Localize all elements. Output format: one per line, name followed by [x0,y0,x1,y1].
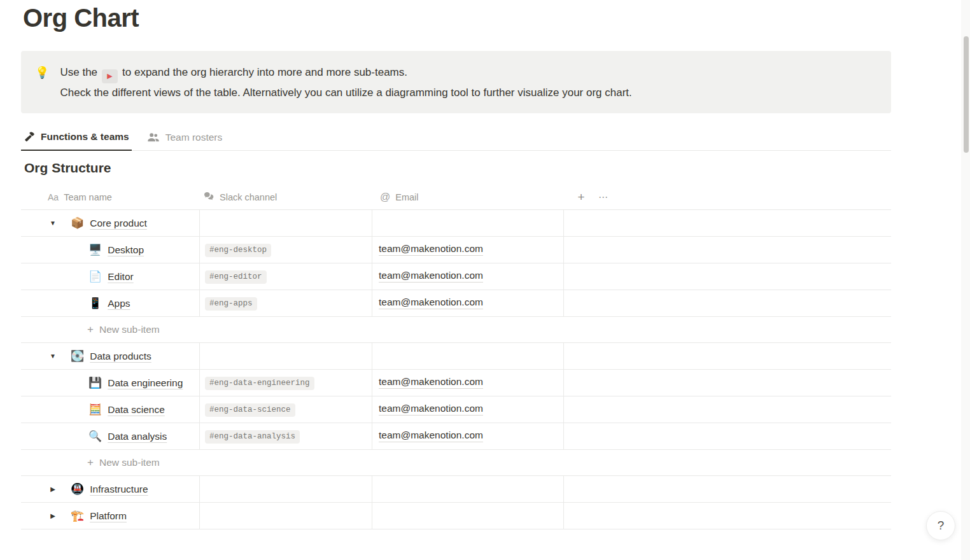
table-row: ▼📦Core product [21,210,891,237]
email-link[interactable]: team@makenotion.com [379,376,483,389]
team-page-link[interactable]: 🧮Data science [88,404,165,415]
empty-cell [564,237,891,263]
title-property-icon: Aa [48,192,59,202]
team-emoji-icon: 🖥️ [88,244,102,256]
slack-channel-tag[interactable]: #eng-apps [205,297,257,311]
email-cell[interactable] [372,476,564,502]
slack-channel-tag[interactable]: #eng-data-science [205,403,295,417]
email-cell[interactable] [372,343,564,369]
table-row: 🔍Data analysis#eng-data-analysisteam@mak… [21,423,891,450]
email-link[interactable]: team@makenotion.com [379,403,483,416]
team-page-link[interactable]: 📦Core product [71,215,147,231]
email-link[interactable]: team@makenotion.com [379,430,483,442]
team-name-text: Editor [108,271,134,282]
collapse-toggle-icon[interactable]: ▼ [45,215,60,231]
slack-channel-cell[interactable] [200,343,372,369]
slack-channel-tag[interactable]: #eng-data-engineering [205,377,314,390]
team-page-link[interactable]: 💽Data products [71,348,151,364]
team-name-cell: ▼💽Data products [21,343,200,369]
team-page-link[interactable]: 🔍Data analysis [88,431,167,442]
slack-channel-cell[interactable] [200,503,372,529]
slack-channel-cell[interactable]: #eng-apps [200,290,372,316]
expand-toggle-icon[interactable]: ▶ [45,508,60,524]
slack-channel-cell[interactable] [200,476,372,502]
team-emoji-icon: 💾 [88,377,102,389]
slack-channel-tag[interactable]: #eng-desktop [205,244,271,257]
table-row: 🧮Data science#eng-data-scienceteam@maken… [21,396,891,423]
page-title: Org Chart [23,4,139,32]
expand-toggle-icon[interactable]: ▶ [45,481,60,497]
team-page-link[interactable]: 📄Editor [88,271,134,282]
team-page-link[interactable]: 🏗️Platform [71,508,127,524]
email-link[interactable]: team@makenotion.com [379,297,483,309]
email-cell[interactable] [372,210,564,236]
tab-functions-and-teams[interactable]: Functions & teams [21,124,132,151]
slack-channel-cell[interactable]: #eng-data-analysis [200,423,372,449]
email-cell[interactable]: team@makenotion.com [372,423,564,449]
slack-channel-cell[interactable]: #eng-editor [200,263,372,290]
view-tabs: Functions & teams Team rosters [21,124,891,151]
plus-icon: + [87,456,94,469]
scrollbar-thumb[interactable] [964,36,969,153]
team-name-cell: ▶🏗️Platform [21,503,200,529]
add-column-button[interactable]: + [574,190,588,204]
slack-channel-cell[interactable] [200,210,372,236]
new-sub-item-row: +New sub-item [21,450,891,476]
help-button[interactable]: ? [926,511,955,540]
table-row: 📱Apps#eng-appsteam@makenotion.com [21,290,891,317]
team-name-cell: 🧮Data science [21,396,200,423]
callout-line1-suffix: to expand the org hierarchy into more an… [122,66,407,78]
table-header: Aa Team name Slack channel @ Email + ⋯ [21,185,891,210]
slack-channel-tag[interactable]: #eng-data-analysis [205,430,300,444]
team-name-cell: 🔍Data analysis [21,423,200,449]
team-name-text: Platform [90,510,127,521]
slack-channel-cell[interactable]: #eng-desktop [200,237,372,263]
question-mark-icon: ? [938,519,945,533]
collapse-toggle-icon[interactable]: ▼ [45,348,60,364]
new-sub-item-button[interactable]: +New sub-item [21,317,891,342]
column-label: Email [395,192,418,202]
empty-cell [564,263,891,290]
team-name-cell: 📱Apps [21,290,200,316]
lightbulb-icon: 💡 [35,63,49,113]
team-emoji-icon: 🧮 [88,403,102,416]
team-name-cell: 🖥️Desktop [21,237,200,263]
more-options-button[interactable]: ⋯ [598,192,609,203]
email-link[interactable]: team@makenotion.com [379,243,483,256]
database-title: Org Structure [24,160,111,176]
callout-text: Use the▶to expand the org hierarchy into… [60,63,631,113]
slack-channel-cell[interactable]: #eng-data-engineering [200,370,372,396]
email-cell[interactable]: team@makenotion.com [372,237,564,263]
empty-cell [564,423,891,449]
notion-page: Org Chart 💡 Use the▶to expand the org hi… [0,0,970,560]
team-page-link[interactable]: 💾Data engineering [88,377,183,388]
empty-cell [564,503,891,529]
email-cell[interactable]: team@makenotion.com [372,396,564,423]
empty-cell [564,396,891,423]
slack-channel-cell[interactable]: #eng-data-science [200,396,372,423]
team-page-link[interactable]: 🖥️Desktop [88,244,144,255]
email-cell[interactable]: team@makenotion.com [372,370,564,396]
tab-team-rosters[interactable]: Team rosters [144,124,225,150]
empty-cell [564,370,891,396]
team-name-text: Data engineering [108,377,183,388]
new-sub-item-label: New sub-item [99,457,160,468]
callout-line2: Check the different views of the table. … [60,87,631,99]
table-row: ▶🏗️Platform [21,503,891,529]
column-header-slack-channel[interactable]: Slack channel [200,185,372,209]
empty-cell [564,210,891,236]
team-page-link[interactable]: 📱Apps [88,298,130,309]
new-sub-item-row: +New sub-item [21,317,891,343]
slack-channel-tag[interactable]: #eng-editor [205,270,267,284]
team-name-cell: 💾Data engineering [21,370,200,396]
column-header-email[interactable]: @ Email [372,185,564,209]
column-header-team-name[interactable]: Aa Team name [21,185,200,209]
new-sub-item-button[interactable]: +New sub-item [21,450,891,475]
team-emoji-icon: 🚇 [71,483,84,495]
email-cell[interactable]: team@makenotion.com [372,263,564,290]
email-cell[interactable] [372,503,564,529]
email-cell[interactable]: team@makenotion.com [372,290,564,316]
team-page-link[interactable]: 🚇Infrastructure [71,481,148,497]
team-name-text: Data analysis [108,431,167,442]
email-link[interactable]: team@makenotion.com [379,270,483,283]
